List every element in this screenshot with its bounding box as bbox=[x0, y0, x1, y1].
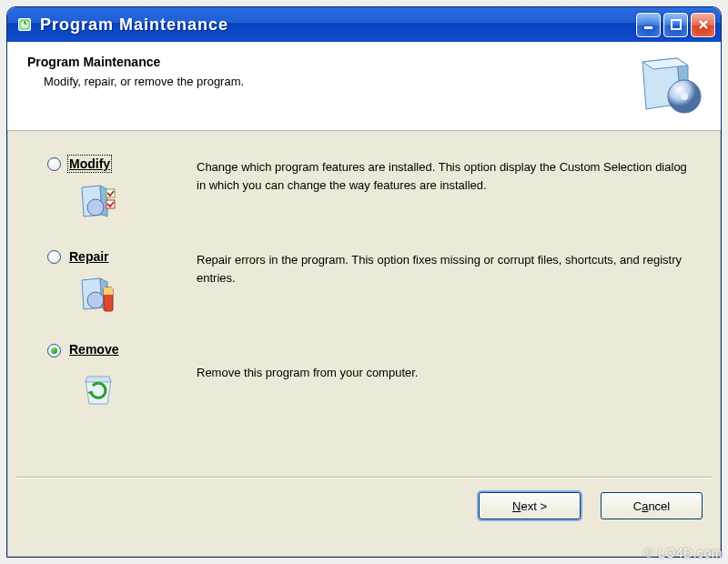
installer-box-icon bbox=[633, 55, 704, 118]
maximize-button[interactable] bbox=[663, 13, 688, 37]
dialog-footer: Next > Cancel bbox=[7, 478, 721, 533]
desc-modify: Change which program features are instal… bbox=[197, 156, 690, 194]
dialog-window: Program Maintenance Program Maintenance … bbox=[6, 6, 722, 558]
option-modify: Modify Change which program features are… bbox=[47, 156, 690, 224]
close-button[interactable] bbox=[691, 13, 715, 37]
svg-rect-2 bbox=[644, 26, 652, 29]
page-title: Program Maintenance bbox=[27, 55, 633, 69]
radio-remove[interactable] bbox=[47, 344, 61, 358]
options-panel: Modify Change which program features are… bbox=[7, 131, 721, 477]
minimize-button[interactable] bbox=[636, 13, 661, 37]
radio-modify[interactable] bbox=[47, 157, 61, 171]
label-remove[interactable]: Remove bbox=[69, 342, 118, 357]
svg-point-6 bbox=[87, 199, 104, 216]
desc-remove: Remove this program from your computer. bbox=[197, 342, 690, 382]
app-icon bbox=[16, 16, 33, 33]
desc-repair: Repair errors in the program. This optio… bbox=[197, 249, 690, 287]
modify-icon bbox=[76, 180, 120, 224]
caption-buttons bbox=[636, 13, 715, 37]
svg-rect-3 bbox=[672, 20, 681, 29]
option-remove: Remove Remove this program from your com… bbox=[47, 342, 690, 409]
label-repair[interactable]: Repair bbox=[69, 249, 109, 264]
window-title: Program Maintenance bbox=[40, 15, 636, 35]
option-repair: Repair Repair errors in the program. Thi… bbox=[47, 249, 690, 317]
remove-icon bbox=[76, 366, 120, 409]
dialog-header: Program Maintenance Modify, repair, or r… bbox=[7, 42, 721, 131]
label-modify[interactable]: Modify bbox=[69, 156, 110, 171]
svg-point-9 bbox=[87, 292, 104, 308]
svg-rect-11 bbox=[104, 287, 113, 295]
page-subtitle: Modify, repair, or remove the program. bbox=[44, 75, 633, 88]
cancel-button[interactable]: Cancel bbox=[601, 492, 703, 519]
next-button[interactable]: Next > bbox=[479, 492, 581, 519]
radio-repair[interactable] bbox=[47, 250, 61, 264]
titlebar[interactable]: Program Maintenance bbox=[7, 7, 721, 42]
repair-icon bbox=[76, 273, 120, 317]
svg-point-5 bbox=[681, 93, 688, 100]
